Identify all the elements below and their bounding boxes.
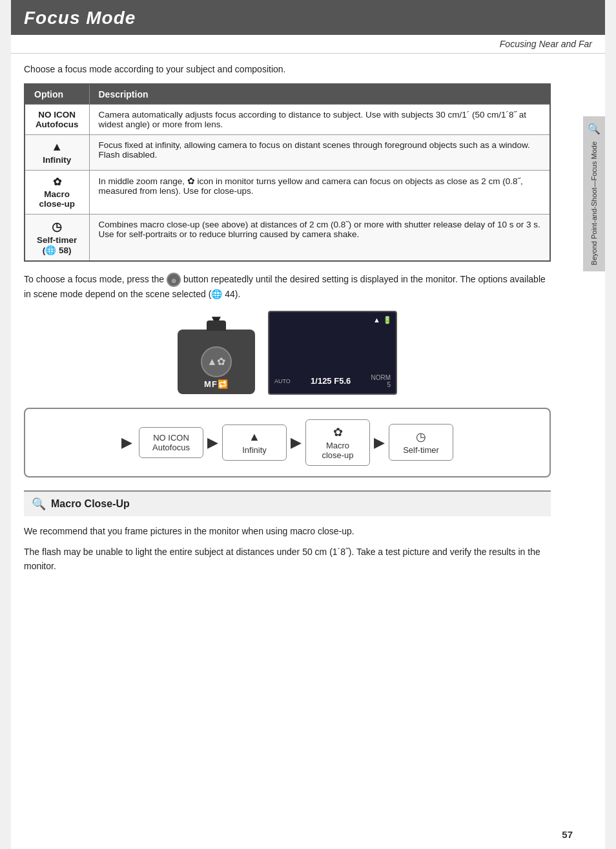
side-tab: 🔍 Beyond Point-and-Shoot—Focus Mode: [583, 116, 605, 271]
description-cell-macro: In middle zoom range, ✿ icon in monitor …: [89, 171, 550, 215]
screen-bottom-info: AUTO 1/125 F5.6 NORM5: [274, 374, 391, 388]
flow-item-macro: ✿ Macro close-up: [305, 419, 370, 466]
side-tab-icon: 🔍: [588, 123, 601, 135]
camera-mode-button: ▲✿: [201, 346, 232, 377]
option-cell-selftimer: ◷ Self-timer(🌐 58): [25, 215, 89, 262]
camera-diagram-container: ▼ ▲✿ MF🔁: [178, 311, 255, 394]
flow-container: ▶ NO ICON Autofocus ▶ ▲ Infinity ▶ ✿ Mac…: [24, 408, 551, 477]
flow-infinity-icon: ▲: [232, 430, 277, 444]
screen-norm: NORM5: [371, 374, 391, 388]
subtitle-bar: Focusing Near and Far: [11, 35, 605, 54]
option-macro-label: Macroclose-up: [39, 189, 75, 209]
page-number: 57: [562, 829, 573, 840]
description-cell-infinity: Focus fixed at infinity, allowing camera…: [89, 135, 550, 171]
body-text-2: The flash may be unable to light the ent…: [24, 545, 551, 574]
option-autofocus-label: Autofocus: [36, 120, 79, 129]
flow-arrow-1: ▶: [207, 434, 218, 451]
description-cell-autofocus: Camera automatically adjusts focus accor…: [89, 105, 550, 135]
mf-label: MF🔁: [204, 379, 229, 389]
option-cell-macro: ✿ Macroclose-up: [25, 171, 89, 215]
screen-shutter: 1/125 F5.6: [311, 376, 351, 386]
macro-icon: ✿: [34, 176, 80, 188]
flow-macro-label1: Macro: [326, 441, 349, 450]
subtitle-text: Focusing Near and Far: [500, 39, 592, 49]
title-bar: Focus Mode: [11, 0, 605, 35]
flow-item-selftimer: ◷ Self-timer: [389, 424, 453, 461]
screen-top-icons: ▲ 🔋: [273, 316, 392, 324]
infinity-icon: ▲: [34, 140, 80, 154]
flow-autofocus-label1: NO ICON: [153, 433, 189, 443]
flow-selftimer-label: Self-timer: [403, 445, 439, 455]
camera-row: ▼ ▲✿ MF🔁 ▲ 🔋 A: [24, 311, 551, 395]
section-icon: 🔍: [32, 497, 46, 511]
option-nolabel1: NO ICON: [38, 110, 76, 120]
camera-body: ▲✿ MF🔁: [178, 330, 255, 394]
flow-item-infinity: ▲ Infinity: [222, 424, 287, 461]
flow-infinity-label: Infinity: [242, 445, 267, 455]
table-header-description: Description: [89, 84, 550, 105]
intro-text: Choose a focus mode according to your su…: [24, 64, 551, 74]
diagram-section: To choose a focus mode, press the ⊕ butt…: [24, 272, 551, 395]
flow-macro-label2: close-up: [322, 450, 353, 460]
screen-auto-label: AUTO: [274, 378, 291, 384]
option-infinity-label: Infinity: [43, 155, 71, 165]
flow-item-autofocus: NO ICON Autofocus: [139, 427, 203, 458]
table-row: NO ICON Autofocus Camera automatically a…: [25, 105, 550, 135]
flow-macro-icon: ✿: [315, 425, 360, 439]
section-title: Macro Close-Up: [51, 498, 130, 510]
main-content: Choose a focus mode according to your su…: [11, 54, 583, 591]
flow-selftimer-icon: ◷: [398, 430, 444, 444]
option-selftimer-label: Self-timer(🌐 58): [37, 235, 77, 255]
flow-arrow-2: ▶: [291, 434, 302, 451]
option-cell-infinity: ▲ Infinity: [25, 135, 89, 171]
camera-screen: ▲ 🔋 AUTO 1/125 F5.6 NORM5: [268, 311, 397, 395]
table-row: ▲ Infinity Focus fixed at infinity, allo…: [25, 135, 550, 171]
page-title: Focus Mode: [24, 8, 592, 28]
camera-dial: [207, 320, 226, 331]
page: Focus Mode Focusing Near and Far 🔍 Beyon…: [11, 0, 605, 849]
option-cell-autofocus: NO ICON Autofocus: [25, 105, 89, 135]
body-text-1: We recommend that you frame pictures in …: [24, 524, 551, 538]
description-cell-selftimer: Combines macro close-up (see above) at d…: [89, 215, 550, 262]
selftimer-icon: ◷: [34, 220, 80, 234]
screen-infinity-icon: ▲: [373, 316, 380, 324]
table-row: ◷ Self-timer(🌐 58) Combines macro close-…: [25, 215, 550, 262]
flow-autofocus-label2: Autofocus: [152, 443, 190, 452]
table-header-option: Option: [25, 84, 89, 105]
table-row: ✿ Macroclose-up In middle zoom range, ✿ …: [25, 171, 550, 215]
focus-table: Option Description NO ICON Autofocus Cam…: [24, 83, 551, 262]
mode-button-icon: ⊕: [167, 273, 181, 287]
screen-battery-icon: 🔋: [383, 316, 392, 324]
flow-start-arrow: ▶: [121, 434, 132, 451]
diagram-text: To choose a focus mode, press the ⊕ butt…: [24, 272, 551, 302]
flow-arrow-3: ▶: [374, 434, 385, 451]
section-divider: 🔍 Macro Close-Up: [24, 490, 551, 516]
camera-button-icon: ▲✿: [207, 355, 226, 368]
side-tab-label: Beyond Point-and-Shoot—Focus Mode: [590, 142, 598, 265]
